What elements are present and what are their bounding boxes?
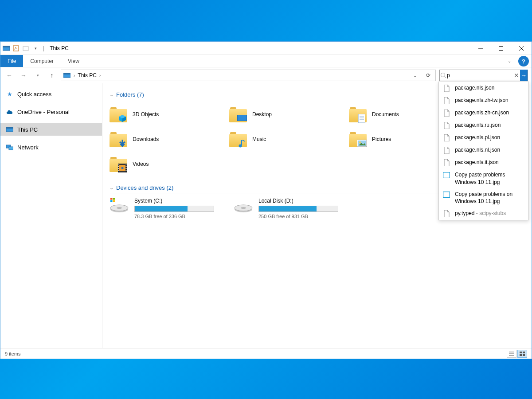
group-header-label: Devices and drives (2) [116,184,173,191]
folder-icon [110,131,127,147]
breadcrumb-root[interactable]: This PC [78,72,97,78]
recent-locations-icon[interactable]: ▾ [32,70,43,81]
view-tiles-button[interactable] [517,350,527,358]
sidebar-item-quick-access[interactable]: ★ Quick access [0,88,102,100]
svg-rect-38 [118,166,119,167]
svg-point-28 [239,145,242,148]
search-suggestions: package.nls.jsonpackage.nls.zh-tw.jsonpa… [438,82,529,220]
search-result-item[interactable]: package.nls.it.json [439,156,528,169]
clear-search-icon[interactable]: ✕ [513,70,520,80]
folder-tile[interactable]: Downloads [110,129,220,149]
folder-icon [349,106,367,122]
qat-new-folder-icon[interactable] [22,44,30,52]
up-button[interactable]: ↑ [47,70,57,81]
folder-label: Pictures [372,136,391,142]
qat-properties-icon[interactable] [12,44,20,52]
sidebar-item-this-pc[interactable]: This PC [0,123,102,136]
file-icon [442,109,450,117]
view-details-button[interactable] [507,350,516,358]
maximize-button[interactable] [491,42,511,55]
folder-tile[interactable]: Videos [110,154,220,174]
search-bar: ✕ → [439,70,528,81]
folder-label: Downloads [133,136,159,142]
file-icon [442,84,450,92]
music-icon [237,139,247,147]
drive-free-text: 78.3 GB free of 236 GB [134,214,225,219]
folder-label: Desktop [252,111,272,117]
tab-file[interactable]: File [0,55,23,67]
svg-rect-63 [523,354,525,356]
search-input[interactable] [447,70,513,80]
sidebar-item-label: Quick access [17,91,51,98]
file-icon [442,121,450,129]
file-icon [442,134,450,142]
address-history-icon[interactable]: ⌄ [410,70,420,81]
cloud-icon [6,108,14,116]
sidebar-item-label: This PC [17,126,38,133]
minimize-button[interactable] [470,42,491,55]
search-result-item[interactable]: package.nls.zh-cn.json [439,107,528,119]
sidebar-item-label: OneDrive - Personal [17,109,70,115]
app-icon [2,44,10,52]
explorer-window: ▾ | This PC File Computer View ⌄ ? ← → ▾… [0,41,532,359]
drive-usage-bar [258,206,338,212]
search-container: ✕ → package.nls.jsonpackage.nls.zh-tw.js… [439,70,528,81]
forward-button[interactable]: → [18,70,29,81]
folder-tile[interactable]: Desktop [229,105,340,124]
navigation-pane: ★ Quick access OneDrive - Personal This … [0,83,102,348]
navigation-bar: ← → ▾ ↑ › This PC › ⌄ ⟳ ✕ → package.nls [0,67,532,83]
sidebar-item-onedrive[interactable]: OneDrive - Personal [0,106,102,118]
status-item-count: 9 items [5,351,20,356]
search-result-item[interactable]: package.nls.pl.json [439,132,528,144]
location-monitor-icon [63,71,71,79]
tab-view[interactable]: View [61,55,86,67]
sidebar-item-network[interactable]: Network [0,141,102,153]
refresh-icon[interactable]: ⟳ [423,70,434,81]
search-result-item[interactable]: package.nls.zh-tw.json [439,94,528,107]
search-result-text: package.nls.ru.json [455,121,525,129]
search-result-text: Copy paste problems on Windows 10 11.jpg [455,191,525,206]
picture-icon [357,139,367,147]
search-result-item[interactable]: Copy paste problems Windows 10 11.jpg [439,169,528,188]
ribbon-collapse-icon[interactable]: ⌄ [503,55,516,67]
svg-rect-39 [118,168,119,169]
monitor-icon [6,125,14,133]
search-result-text: package.nls.pl.json [455,134,525,141]
drive-tile[interactable]: Local Disk (D:)250 GB free of 931 GB [234,198,349,219]
svg-rect-49 [110,200,113,203]
search-result-item[interactable]: Copy paste problems on Windows 10 11.jpg [439,188,528,208]
search-result-item[interactable]: package.nls.nl.json [439,144,528,156]
folder-tile[interactable]: 3D Objects [110,105,220,124]
tab-computer[interactable]: Computer [23,55,61,67]
drive-icon [110,198,129,214]
help-icon[interactable]: ? [518,56,529,66]
qat-dropdown-icon[interactable]: ▾ [31,44,39,52]
svg-rect-60 [520,352,522,353]
folder-label: Videos [133,161,149,167]
search-result-item[interactable]: package.nls.ru.json [439,119,528,132]
search-result-item[interactable]: py.typed - scipy-stubs [439,207,528,220]
svg-rect-44 [126,170,127,171]
drive-tile[interactable]: System (C:)78.3 GB free of 236 GB [110,198,225,219]
close-button[interactable] [511,42,532,55]
svg-rect-48 [113,198,115,200]
search-result-text: package.nls.zh-tw.json [455,97,525,104]
svg-rect-13 [443,192,450,197]
video-icon [117,164,127,172]
svg-line-11 [445,77,446,78]
back-button[interactable]: ← [4,70,15,81]
search-result-item[interactable]: package.nls.json [439,82,528,94]
network-icon [6,143,14,151]
svg-point-53 [117,207,122,209]
search-result-text: py.typed - scipy-stubs [455,210,525,217]
folder-tile[interactable]: Music [229,129,340,149]
folder-icon [110,106,127,122]
file-icon [442,97,450,105]
folder-icon [110,156,127,172]
search-submit-button[interactable]: → [520,70,528,81]
chevron-right-icon[interactable]: › [74,73,75,78]
address-bar[interactable]: › This PC › ⌄ ⟳ [61,70,436,81]
svg-point-10 [441,73,445,77]
chevron-right-icon[interactable]: › [99,73,101,78]
search-icon [440,72,447,78]
